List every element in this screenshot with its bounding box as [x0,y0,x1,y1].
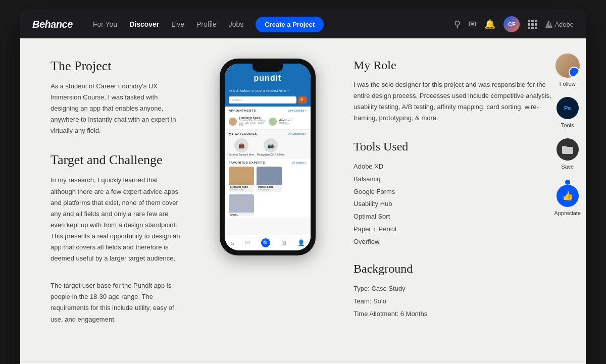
phone-subbar: search below, or post a request here → [225,87,311,94]
my-role-title: My Role [354,59,556,72]
expert2-sub: Photography [257,188,282,192]
appointments-label: APPOINTMENTS [229,109,256,112]
tool-overflow: Overflow [354,236,556,248]
phone-search-button[interactable]: 🔍 [298,96,307,103]
phone-bottom-bar: ⌂ ✉ 🔍 ⊞ 👤 [225,235,311,250]
background-type: Type: Case Study [354,283,556,295]
expert1-sub: Business Plans [229,188,254,192]
phone-outer: pundit search below, or post a request h… [220,59,316,255]
appointment-item-1: Stephanie Kadis Business Plan Consulting… [229,115,307,128]
categories-label: MY CATEGORIES [229,132,257,135]
appreciate-label: Appreciate [554,210,581,216]
phone-appointments-list: Stephanie Kadis Business Plan Consulting… [225,114,311,130]
tools-action[interactable]: Ps Tools [557,97,579,128]
appt1-info: Stephanie Kadis Business Plan Consulting… [239,116,267,127]
phone-home-icon[interactable]: ⌂ [230,239,234,246]
bell-icon[interactable]: 🔔 [484,19,495,30]
save-icon [557,138,579,161]
all-categories-link[interactable]: All Categories > [289,132,307,135]
phone-appointments-header: APPOINTMENTS View Calendar > [225,107,311,114]
my-role-body: I was the solo designer for this project… [354,79,556,124]
tool-google-forms: Google Forms [354,186,556,198]
phone-profile-icon[interactable]: 👤 [297,239,305,246]
background-title: Background [354,262,556,276]
expert3-image [229,194,254,213]
challenge-body1: In my research, I quickly learned that a… [50,175,182,264]
photography-label: Photography DSLR & More [257,153,285,156]
phone-categories: 💼 Business Startup & More 📷 Photography … [225,137,311,159]
nav-profile[interactable]: Profile [196,20,217,28]
category-business: 💼 Business Startup & More [229,138,254,156]
experts-label: FAVORITED EXPERTS [229,161,265,164]
nav-for-you[interactable]: For You [93,20,117,28]
phone-app-logo: pundit [230,74,306,83]
expert1-name: Stephanie Kadis [229,185,254,188]
navbar: Behance For You Discover Live Profile Jo… [20,10,586,38]
appt1-sub: Business Plan Consulting Tue 4 Jan, 09:3… [239,119,267,127]
side-actions: Follow Ps Tools Save 👍 Appreciate [554,54,581,216]
background-team: Team: Solo [354,295,556,308]
tool-optimal-sort: Optimal Sort [354,211,556,223]
project-body: As a student of Career Foundry's UX Imme… [50,81,182,136]
business-label: Business Startup & More [229,153,254,156]
bottom-teaser: Design A... [20,361,586,364]
expert2-image [257,167,282,185]
content-area: The Project As a student of Career Found… [20,38,586,361]
user-avatar[interactable]: CF [503,16,520,32]
phone-mail-icon[interactable]: ✉ [245,239,250,246]
browser-window: Behance For You Discover Live Profile Jo… [20,10,586,364]
save-label: Save [561,164,574,170]
nav-links: For You Discover Live Profile Jobs Creat… [93,17,438,32]
phone-body: APPOINTMENTS View Calendar > Stephanie K… [225,107,311,235]
follow-action[interactable]: Follow [556,54,580,87]
tool-usability-hub: Usability Hub [354,198,556,211]
appt2-sub: Thu 06 J... [279,122,307,124]
appreciate-action[interactable]: 👍 Appreciate [554,180,581,216]
phone-mockup-column: pundit search below, or post a request h… [212,59,323,341]
phone-subbar-text: search below, or post a request here → [229,89,290,92]
phone-experts-header: FAVORITED EXPERTS All Experts > [225,159,311,165]
tools-list: Adobe XD Balsamiq Google Forms Usability… [354,161,556,248]
phone-search-nav-icon[interactable]: 🔍 [261,238,270,247]
nav-discover[interactable]: Discover [129,20,159,28]
phone-experts-grid: Stephanie Kadis Business Plans Michael S… [225,165,311,218]
photography-icon: 📷 [264,138,278,152]
behance-logo[interactable]: Behance [32,19,73,30]
navbar-right: ⚲ ✉ 🔔 CF Adobe [454,16,574,32]
background-time: Time Allotment: 6 Months [354,308,556,321]
appointments-link[interactable]: View Calendar > [288,109,307,112]
tool-balsamiq: Balsamiq [354,173,556,186]
background-details: Type: Case Study Team: Solo Time Allotme… [354,283,556,320]
all-experts-link[interactable]: All Experts > [292,161,307,164]
grid-icon[interactable] [528,20,537,29]
phone-grid-nav-icon[interactable]: ⊞ [281,239,286,246]
expert3-name: Angel... [229,213,254,216]
phone-categories-header: MY CATEGORIES All Categories > [225,130,311,137]
category-photography: 📷 Photography DSLR & More [257,138,285,156]
phone-screen: pundit search below, or post a request h… [225,64,311,250]
follow-label[interactable]: Follow [560,81,576,87]
expert-card-2: Michael Scott Photography [257,167,282,192]
author-avatar [556,54,580,78]
phone-search-box[interactable]: Search... [229,96,296,103]
search-icon[interactable]: ⚲ [454,19,461,30]
nav-jobs[interactable]: Jobs [229,20,244,28]
tool-adobe-xd: Adobe XD [354,161,556,173]
appreciate-button[interactable]: 👍 [557,185,579,207]
phone-search-placeholder: Search... [232,98,244,101]
photoshop-icon: Ps [557,97,579,119]
challenge-title: Target and Challenge [50,152,182,168]
business-icon: 💼 [234,138,248,152]
adobe-label: Adobe [545,21,574,28]
phone-search-row: Search... 🔍 [225,94,311,107]
mail-icon[interactable]: ✉ [469,19,476,30]
expert-card-3: Angel... [229,194,254,216]
expert1-image [229,167,254,185]
nav-live[interactable]: Live [171,20,184,28]
appt1-avatar [229,118,237,126]
create-project-button[interactable]: Create a Project [256,17,324,32]
background-section: Background Type: Case Study Team: Solo T… [354,262,556,320]
expert-card-1: Stephanie Kadis Business Plans [229,167,254,192]
save-action[interactable]: Save [557,138,579,170]
main-content: The Project As a student of Career Found… [20,38,586,364]
